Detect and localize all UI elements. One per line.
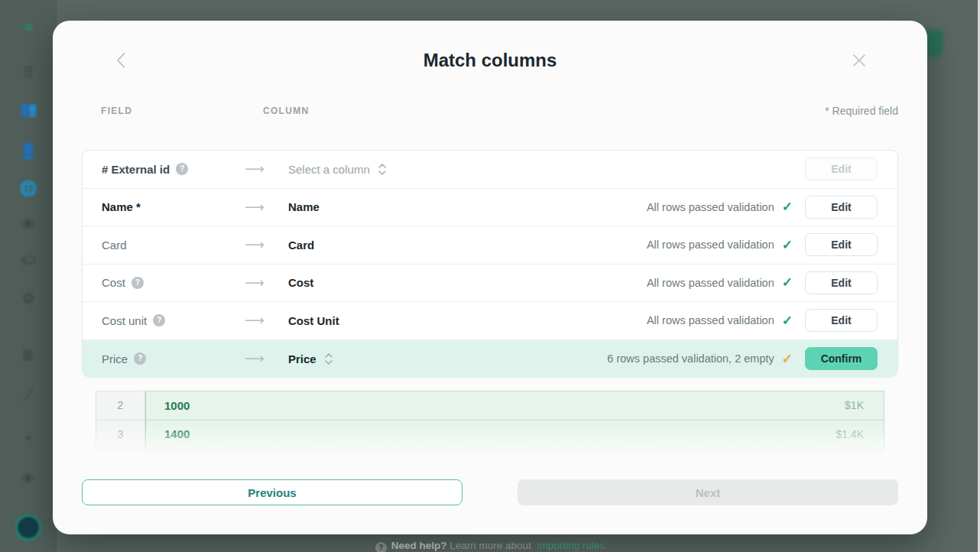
column-select[interactable]: Name [288,200,320,213]
field-label: Cost unit [102,314,147,327]
sidebar-document-icon[interactable]: 🗎 [0,347,57,364]
column-select[interactable]: Price [288,352,334,365]
previous-button[interactable]: Previous [82,479,462,505]
field-label: Card [102,239,127,252]
validation-text: All rows passed validation [647,314,774,326]
unfold-dropdown-icon[interactable] [377,163,388,176]
validation-status: 6 rows passed validation, 2 empty ✓ [607,351,793,367]
help-icon[interactable]: ? [131,277,144,289]
check-icon: ✓ [782,199,793,215]
required-field-note: * Required field [825,105,898,117]
cell-value: 1400 [164,427,190,440]
row-action-button[interactable]: Edit [805,196,878,219]
column-select[interactable]: Cost Unit [288,314,339,327]
match-row: Price ? ⟶ Price 6 rows passed validation… [83,340,897,378]
sidebar-tags-icon[interactable]: 🏷 [0,252,57,269]
sidebar-dot-icon[interactable]: ✦ [0,433,57,443]
modal-title: Match columns [82,49,898,72]
chevron-left-icon [115,52,126,69]
validation-status: All rows passed validation ✓ [647,237,793,253]
sidebar-chart-icon[interactable]: ⟋ [0,388,57,404]
validation-status: All rows passed validation ✓ [647,274,793,291]
sidebar-eye-icon[interactable]: 👁 [0,471,57,488]
field-label: # External id [102,163,170,176]
column-select[interactable]: Card [288,239,314,252]
sidebar-dashboard-icon[interactable]: ⠿ [0,64,57,82]
column-header: COLUMN [263,106,309,116]
row-number [96,448,145,459]
preview-row: 2 1000 $1K [96,391,884,420]
field-cell: Card [102,239,239,252]
help-icon[interactable]: ? [134,352,146,365]
column-headers-row: FIELD COLUMN * Required field [82,105,898,117]
cell-formatted-value: $1.4K [836,428,864,440]
validation-status: All rows passed validation ✓ [647,313,793,329]
validation-status: All rows passed validation ✓ [647,199,793,215]
field-cell: Price ? [102,352,239,365]
help-icon[interactable]: ? [176,163,188,175]
validation-text: All rows passed validation [647,277,774,289]
check-icon: ✓ [782,351,793,367]
field-label: Name * [102,200,141,213]
match-row: Name * ⟶ Name All rows passed validation… [83,189,897,227]
row-action-button[interactable]: Edit [805,157,878,180]
match-row: Cost unit ? ⟶ Cost Unit All rows passed … [83,302,897,340]
match-row: Cost ? ⟶ Cost All rows passed validation… [83,265,897,303]
row-action-button[interactable]: Edit [805,309,878,332]
row-action-button[interactable]: Confirm [805,347,878,370]
preview-cell[interactable]: 1000 $1K [145,391,884,420]
sidebar-contacts-icon[interactable]: 👥 [0,100,57,118]
row-number: 3 [96,420,145,449]
row-action-button[interactable]: Edit [805,271,878,294]
column-label: Cost Unit [288,314,339,327]
importing-rules-link[interactable]: importing rules [537,540,605,551]
next-button[interactable]: Next [518,479,898,505]
field-cell: # External id ? [102,163,239,176]
match-table: # External id ? ⟶ Select a column Edit [82,150,898,377]
sidebar-settings-gear-icon[interactable]: ⚙ [0,290,57,307]
close-button[interactable] [849,50,869,70]
column-preview-table: 2 1000 $1K 3 1400 $1.4K [96,391,884,459]
row-action-button[interactable]: Edit [805,233,878,256]
match-row: # External id ? ⟶ Select a column Edit [83,151,897,189]
check-icon: ✓ [782,274,793,291]
preview-row [96,448,884,459]
field-header: FIELD [101,106,239,116]
preview-cell[interactable] [145,448,884,459]
field-cell: Cost ? [102,276,239,289]
sidebar-globe-icon[interactable]: 🌐 [0,180,57,197]
cell-value: 1000 [164,399,190,412]
column-label: Card [288,239,314,252]
field-label: Cost [102,276,125,289]
column-label: Cost [288,276,313,289]
arrow-right-icon: ⟶ [239,312,288,329]
column-select[interactable]: Select a column [288,163,388,176]
back-button[interactable] [111,50,131,70]
field-label: Price [102,352,128,365]
column-label: Price [288,352,316,365]
arrow-right-icon: ⟶ [239,236,288,253]
check-icon: ✓ [782,313,793,329]
validation-text: 6 rows passed validation, 2 empty [607,352,774,365]
help-icon[interactable]: ? [153,314,165,326]
arrow-right-icon: ⟶ [239,350,288,367]
question-circle-icon: ? [375,542,387,552]
sidebar-view-icon[interactable]: 👁 [0,216,57,233]
sidebar-people-icon[interactable]: 👤 [0,142,57,160]
match-columns-modal: Match columns FIELD COLUMN * Required fi… [53,21,927,534]
app-logo-icon: ≈ [0,18,57,36]
column-select[interactable]: Cost [288,276,313,289]
user-avatar[interactable] [15,515,41,541]
field-cell: Name * [102,200,239,213]
check-icon: ✓ [782,237,793,253]
validation-text: All rows passed validation [647,239,774,251]
unfold-dropdown-icon[interactable] [323,352,334,365]
modal-header: Match columns [82,49,898,72]
preview-cell[interactable]: 1400 $1.4K [145,420,884,449]
need-help-label: Need help? [391,540,447,551]
field-cell: Cost unit ? [102,314,239,327]
help-text: Learn more about [449,540,531,551]
arrow-right-icon: ⟶ [239,161,288,177]
match-row: Card ⟶ Card All rows passed validation ✓… [83,226,897,265]
validation-text: All rows passed validation [647,201,774,213]
